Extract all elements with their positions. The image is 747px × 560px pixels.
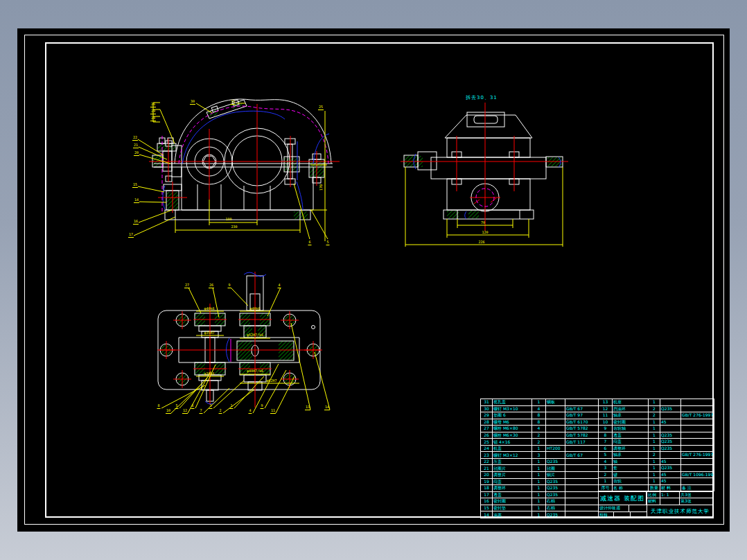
bom-cell: 10	[599, 419, 613, 426]
bom-cell: 键	[613, 471, 649, 478]
bom-cell: 1	[532, 445, 546, 452]
bom-cell: 1	[649, 465, 660, 472]
bom-cell: 轴承	[613, 412, 649, 419]
bom-cell	[660, 452, 681, 459]
bom-cell: 18	[481, 485, 493, 492]
bom-cell: 14	[481, 511, 493, 518]
bom-cell: 27	[481, 426, 493, 432]
bom-row: 12挡油环2Q235	[599, 405, 714, 412]
bom-cell	[681, 405, 714, 412]
bom-cell: 1	[532, 485, 546, 492]
bom-cell: 1	[599, 478, 613, 485]
bom-cell	[565, 491, 599, 498]
bom-row: 1齿轮145	[599, 478, 714, 485]
bom-row: 5轴承2GB/T 276-1997	[599, 452, 714, 459]
bom-cell	[681, 458, 714, 465]
bom-cell: 挡油环	[613, 405, 649, 412]
bom-cell: 1	[532, 478, 546, 485]
bom-row: 24机盖1HT200	[481, 445, 599, 452]
bom-cell	[660, 412, 681, 419]
checker-extra2	[630, 511, 647, 518]
bom-cell: 调整环	[613, 445, 649, 452]
school-name: 天津职业技术师范大学	[647, 505, 714, 518]
bom-cell: 23	[481, 452, 493, 459]
bom-cell: 2	[599, 471, 613, 478]
bom-cell: 透盖	[613, 432, 649, 439]
bom-cell	[546, 419, 565, 426]
bom-row: 20调整片1铜片	[481, 472, 599, 479]
bom-cell	[565, 478, 599, 485]
bom-cell: 1	[649, 439, 660, 446]
bom-cell: 材 料	[660, 484, 681, 491]
bom-cell: 套	[613, 465, 649, 472]
bom-cell: 5	[599, 452, 613, 459]
bom-cell: 齿轮	[613, 478, 649, 485]
bom-cell: 3	[532, 452, 546, 459]
bom-cell	[681, 439, 714, 446]
bom-cell: 20	[481, 472, 493, 479]
bom-cell	[681, 426, 714, 432]
bom-cell: 压盖	[493, 458, 532, 465]
bom-row: 6调整环1Q235	[599, 445, 714, 452]
bom-cell: 9	[599, 426, 613, 432]
bom-cell: 2	[649, 405, 660, 412]
bom-cell: GB/T 276-1997	[681, 452, 714, 459]
bom-cell: Q235	[660, 465, 681, 472]
bom-cell	[565, 445, 599, 452]
bom-cell: 垫圈 6	[493, 412, 532, 419]
bom-row: 17透盖1Q235	[481, 491, 599, 498]
bom-cell: 1	[649, 445, 660, 452]
bom-cell: 45	[660, 458, 681, 465]
bom-cell: 石棉	[546, 505, 565, 511]
checker-extra1	[613, 511, 631, 518]
bom-cell: Q235	[546, 491, 565, 498]
bom-cell: 透盖	[493, 491, 532, 498]
bom-row: 19闷盖1Q235	[481, 478, 599, 485]
bom-cell: 螺钉 M3×12	[493, 452, 532, 459]
bom-cell: 2	[532, 439, 546, 446]
bom-cell	[681, 445, 714, 452]
bom-cell: GB/T 5782	[565, 426, 599, 432]
bom-cell: Q235	[546, 511, 565, 518]
bom-cell: 13	[599, 399, 613, 406]
bom-cell: 齿轮轴	[613, 426, 649, 432]
cad-viewer-window: 拆去30、31 30312526292822212015141617651002…	[0, 0, 747, 560]
bom-cell: 油塞	[493, 511, 532, 518]
bom-cell: 22	[481, 458, 493, 465]
bom-cell: Q235	[546, 478, 565, 485]
bom-cell: 19	[481, 478, 493, 485]
bom-cell	[681, 419, 714, 426]
bom-row: 25销 4×162GB/T 117	[481, 439, 599, 446]
bom-cell	[681, 465, 714, 472]
bom-cell: GB/T 67	[565, 405, 599, 412]
bom-cell: 数量	[649, 484, 660, 491]
bom-cell: 1	[532, 458, 546, 465]
bom-cell: 4	[532, 405, 546, 412]
side-view	[401, 103, 568, 247]
bom-cell: 1	[649, 478, 660, 485]
bom-cell	[565, 505, 599, 511]
bom-cell: GB/T 6170	[565, 419, 599, 426]
bom-cell: 螺钉 M3×10	[493, 405, 532, 412]
bom-row: 28螺母 M68GB/T 6170	[481, 419, 599, 426]
bom-cell: 1	[532, 498, 546, 505]
bom-cell: Q235	[660, 445, 681, 452]
bom-cell: 4	[532, 426, 546, 432]
bom-row: 10密封圈145	[599, 419, 714, 426]
bom-cell: GB/T 1096-1990	[681, 471, 714, 478]
bom-cell: 31	[481, 399, 493, 406]
bom-row: 18调整环1Q235	[481, 485, 599, 492]
bom-cell: 15	[481, 505, 493, 511]
bom-cell: 名 称	[613, 484, 649, 491]
bom-cell: 调整片	[493, 472, 532, 479]
bom-cell: 8	[532, 412, 546, 419]
bom-cell: 21	[481, 465, 493, 472]
bom-row: 15密封垫1石棉	[481, 505, 599, 511]
bom-cell: Q235	[660, 405, 681, 412]
bom-cell: 石棉	[546, 498, 565, 505]
bom-row: 30螺钉 M3×104GB/T 67	[481, 405, 599, 412]
checker-field: 校核	[598, 511, 614, 518]
bom-cell: 1	[649, 426, 660, 432]
bom-row: 8透盖1Q235	[599, 432, 714, 439]
bom-cell: 密封圈	[613, 419, 649, 426]
